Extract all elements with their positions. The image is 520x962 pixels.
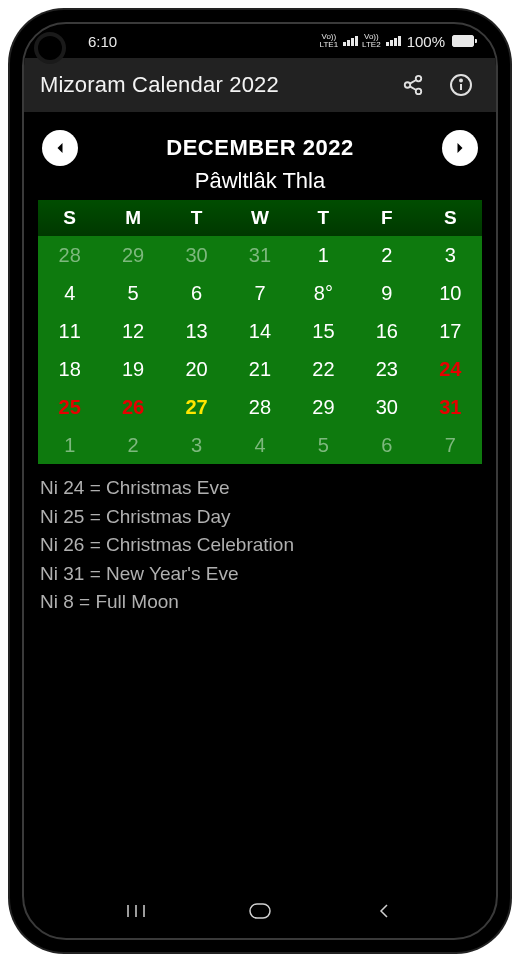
signal-icon-2 (386, 36, 401, 46)
network-2: Vo)) LTE2 (362, 33, 381, 49)
android-nav-bar (24, 890, 496, 938)
recent-apps-button[interactable] (106, 895, 166, 927)
calendar-day[interactable]: 2 (101, 426, 164, 464)
status-right: Vo)) LTE1 Vo)) LTE2 100% (320, 33, 474, 50)
calendar-row: 45678°910 (38, 274, 482, 312)
camera-hole (38, 36, 62, 60)
calendar-day[interactable]: 5 (101, 274, 164, 312)
status-time: 6:10 (88, 33, 117, 50)
event-item: Ni 8 = Full Moon (40, 588, 480, 617)
calendar-day[interactable]: 28 (38, 236, 101, 274)
month-title: DECEMBER 2022 (166, 135, 353, 161)
events-list: Ni 24 = Christmas EveNi 25 = Christmas D… (38, 474, 482, 617)
event-item: Ni 26 = Christmas Celebration (40, 531, 480, 560)
calendar-day[interactable]: 25 (38, 388, 101, 426)
calendar-day[interactable]: 29 (101, 236, 164, 274)
content-area: DECEMBER 2022 Pâwltlâk Thla SMTWTFS 2829… (24, 112, 496, 617)
prev-month-button[interactable] (42, 130, 78, 166)
calendar-day[interactable]: 26 (101, 388, 164, 426)
calendar-day[interactable]: 17 (419, 312, 482, 350)
calendar-day[interactable]: 18 (38, 350, 101, 388)
signal-icon (343, 36, 358, 46)
calendar-day[interactable]: 31 (228, 236, 291, 274)
weekday-header: T (165, 200, 228, 236)
network-1: Vo)) LTE1 (320, 33, 339, 49)
weekday-header: F (355, 200, 418, 236)
event-item: Ni 25 = Christmas Day (40, 503, 480, 532)
back-button[interactable] (354, 895, 414, 927)
svg-point-2 (416, 89, 422, 95)
event-item: Ni 31 = New Year's Eve (40, 560, 480, 589)
weekday-row: SMTWTFS (38, 200, 482, 236)
calendar-grid: SMTWTFS 2829303112345678°910111213141516… (38, 200, 482, 464)
calendar-day[interactable]: 6 (165, 274, 228, 312)
month-subtitle: Pâwltlâk Thla (38, 168, 482, 194)
svg-point-0 (416, 76, 422, 82)
battery-icon (452, 35, 474, 47)
calendar-day[interactable]: 30 (355, 388, 418, 426)
calendar-day[interactable]: 3 (419, 236, 482, 274)
calendar-day[interactable]: 22 (292, 350, 355, 388)
svg-rect-11 (250, 904, 270, 918)
calendar-day[interactable]: 4 (228, 426, 291, 464)
phone-frame: 6:10 Vo)) LTE1 Vo)) LTE2 100% Mizoram Ca… (10, 10, 510, 952)
svg-line-4 (410, 86, 416, 90)
calendar-day[interactable]: 14 (228, 312, 291, 350)
calendar-day[interactable]: 13 (165, 312, 228, 350)
svg-point-7 (460, 80, 462, 82)
info-button[interactable] (442, 66, 480, 104)
next-month-button[interactable] (442, 130, 478, 166)
status-bar: 6:10 Vo)) LTE1 Vo)) LTE2 100% (24, 24, 496, 58)
home-button[interactable] (230, 895, 290, 927)
app-bar: Mizoram Calendar 2022 (24, 58, 496, 112)
event-item: Ni 24 = Christmas Eve (40, 474, 480, 503)
calendar-row: 11121314151617 (38, 312, 482, 350)
calendar-row: 18192021222324 (38, 350, 482, 388)
calendar-day[interactable]: 28 (228, 388, 291, 426)
weekday-header: M (101, 200, 164, 236)
calendar-row: 25262728293031 (38, 388, 482, 426)
network-1-bot: LTE1 (320, 41, 339, 49)
svg-line-3 (410, 80, 416, 84)
svg-point-1 (405, 82, 411, 88)
calendar-day[interactable]: 7 (419, 426, 482, 464)
share-button[interactable] (394, 66, 432, 104)
calendar-day[interactable]: 3 (165, 426, 228, 464)
calendar-day[interactable]: 20 (165, 350, 228, 388)
calendar-day[interactable]: 16 (355, 312, 418, 350)
network-2-bot: LTE2 (362, 41, 381, 49)
month-header: DECEMBER 2022 (38, 130, 482, 166)
calendar-day[interactable]: 4 (38, 274, 101, 312)
calendar-day[interactable]: 12 (101, 312, 164, 350)
calendar-row: 1234567 (38, 426, 482, 464)
calendar-day[interactable]: 10 (419, 274, 482, 312)
calendar-day[interactable]: 15 (292, 312, 355, 350)
app-title: Mizoram Calendar 2022 (40, 72, 384, 98)
calendar-day[interactable]: 2 (355, 236, 418, 274)
battery-percent: 100% (407, 33, 445, 50)
calendar-day[interactable]: 7 (228, 274, 291, 312)
calendar-day[interactable]: 1 (292, 236, 355, 274)
calendar-day[interactable]: 23 (355, 350, 418, 388)
weekday-header: W (228, 200, 291, 236)
weekday-header: T (292, 200, 355, 236)
calendar-row: 28293031123 (38, 236, 482, 274)
calendar-day[interactable]: 19 (101, 350, 164, 388)
calendar-day[interactable]: 5 (292, 426, 355, 464)
calendar-day[interactable]: 9 (355, 274, 418, 312)
calendar-day[interactable]: 29 (292, 388, 355, 426)
weekday-header: S (419, 200, 482, 236)
calendar-day[interactable]: 27 (165, 388, 228, 426)
calendar-day[interactable]: 6 (355, 426, 418, 464)
calendar-day[interactable]: 1 (38, 426, 101, 464)
calendar-day[interactable]: 24 (419, 350, 482, 388)
calendar-day[interactable]: 8° (292, 274, 355, 312)
calendar-day[interactable]: 21 (228, 350, 291, 388)
weekday-header: S (38, 200, 101, 236)
calendar-day[interactable]: 31 (419, 388, 482, 426)
calendar-day[interactable]: 11 (38, 312, 101, 350)
screen: 6:10 Vo)) LTE1 Vo)) LTE2 100% Mizoram Ca… (22, 22, 498, 940)
calendar-day[interactable]: 30 (165, 236, 228, 274)
